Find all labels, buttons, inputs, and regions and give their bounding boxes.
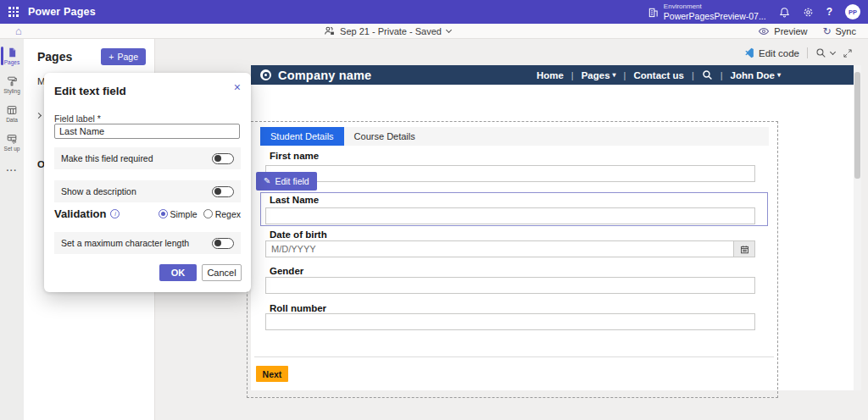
ok-button[interactable]: OK (159, 264, 197, 281)
rail-label-styling: Styling (3, 88, 20, 94)
tab-course-details[interactable]: Course Details (344, 127, 426, 146)
chevron-right-icon[interactable] (36, 113, 42, 119)
add-page-button[interactable]: + Page (101, 48, 146, 65)
nav-separator: | (692, 70, 694, 80)
required-toggle-row: Make this field required (54, 147, 241, 169)
validation-title: Validation (54, 207, 106, 220)
date-of-birth-input[interactable] (265, 240, 755, 257)
rail-item-styling[interactable]: Styling (0, 73, 24, 97)
nav-separator: | (624, 70, 626, 80)
gender-input[interactable] (265, 277, 755, 294)
field-label-date-of-birth: Date of birth (270, 229, 327, 240)
maxlength-toggle[interactable] (212, 238, 234, 249)
radio-regex[interactable] (203, 209, 213, 218)
required-toggle-label: Make this field required (61, 153, 153, 163)
nav-home[interactable]: Home (537, 70, 564, 80)
website-preview: Company name Home | Pages ▾ | Contact us… (251, 65, 861, 390)
nav-user-label: John Doe (731, 70, 775, 80)
design-canvas: Edit code Company name Home | Pages ▾ (155, 39, 868, 420)
maxlength-toggle-label: Set a maximum character length (61, 238, 189, 248)
waffle-icon[interactable] (8, 7, 19, 17)
pencil-icon: ✎ (264, 177, 270, 185)
radio-simple[interactable] (159, 209, 168, 218)
preview-label: Preview (774, 26, 807, 36)
edit-code-button[interactable]: Edit code (744, 47, 799, 58)
chevron-down-icon (446, 27, 452, 33)
table-gear-icon (6, 133, 18, 145)
rail-item-setup[interactable]: Set up (0, 130, 24, 154)
sync-button[interactable]: ↻ Sync (822, 26, 856, 36)
left-navigation-rail: Pages Styling Data Set up ··· (0, 39, 24, 420)
nav-contact-us[interactable]: Contact us (633, 70, 683, 80)
rail-item-data[interactable]: Data (0, 102, 24, 125)
building-icon (648, 7, 659, 18)
magnifier-icon (815, 47, 826, 58)
plus-icon: + (108, 52, 114, 62)
nav-user-menu[interactable]: John Doe ▾ (731, 70, 781, 80)
field-label-gender: Gender (270, 266, 303, 276)
preview-button[interactable]: Preview (758, 26, 807, 36)
roll-number-input[interactable] (265, 313, 755, 330)
command-toolbar: ⌂ Sep 21 - Private - Saved Preview ↻ Syn… (0, 24, 868, 39)
form-step-tabs: Student Details Course Details (260, 127, 769, 146)
edit-text-field-dialog: Edit text field × Field label * Make thi… (44, 73, 251, 292)
environment-label: Environment (664, 3, 766, 10)
save-status-text: Sep 21 - Private - Saved (340, 26, 442, 36)
home-icon[interactable]: ⌂ (15, 25, 22, 36)
field-label-input[interactable] (54, 124, 240, 139)
nav-pages[interactable]: Pages ▾ (581, 70, 616, 80)
edit-code-label: Edit code (759, 48, 799, 58)
cancel-button[interactable]: Cancel (202, 264, 242, 281)
tab-student-details[interactable]: Student Details (260, 127, 344, 146)
first-name-input[interactable] (265, 165, 755, 182)
environment-selector[interactable]: Environment PowerPagesPreview-07... (648, 3, 766, 20)
help-icon[interactable]: ? (826, 6, 832, 18)
company-name: Company name (278, 69, 371, 82)
pages-panel-title: Pages (37, 50, 72, 64)
rail-item-pages[interactable]: Pages (0, 44, 24, 68)
caret-down-icon: ▾ (777, 71, 781, 79)
nav-pages-label: Pages (581, 70, 610, 80)
add-page-label: Page (117, 52, 138, 62)
nav-separator: | (721, 70, 723, 80)
maxlength-toggle-row: Set a maximum character length (54, 232, 241, 254)
radio-simple-label: Simple (170, 209, 198, 219)
site-search-icon[interactable] (702, 69, 713, 80)
edit-field-label: Edit field (275, 176, 309, 186)
settings-gear-icon[interactable] (803, 7, 814, 18)
zoom-control[interactable] (815, 47, 835, 58)
field-label-last-name: Last Name (270, 195, 319, 205)
caret-down-icon: ▾ (613, 71, 616, 79)
environment-name: PowerPagesPreview-07... (664, 11, 766, 21)
sync-label: Sync (836, 26, 856, 36)
rail-more-icon[interactable]: ··· (7, 166, 18, 175)
people-lock-icon (324, 25, 335, 36)
description-toggle[interactable] (212, 186, 234, 197)
site-header: Company name Home | Pages ▾ | Contact us… (251, 65, 854, 85)
next-button[interactable]: Next (256, 366, 288, 382)
divider (807, 47, 808, 58)
site-scrollbar-track (854, 65, 861, 390)
save-status-dropdown[interactable]: Sep 21 - Private - Saved (324, 25, 451, 36)
dialog-title: Edit text field (54, 85, 126, 97)
notifications-bell-icon[interactable] (779, 7, 790, 18)
calendar-button[interactable] (733, 241, 754, 257)
app-title: Power Pages (28, 6, 96, 18)
field-label-first-name: First name (270, 151, 319, 161)
description-toggle-label: Show a description (61, 186, 136, 196)
chevron-down-icon (830, 49, 836, 55)
expand-icon[interactable] (843, 48, 853, 58)
last-name-input[interactable] (265, 207, 755, 224)
required-toggle[interactable] (212, 153, 234, 164)
user-avatar[interactable]: PP (845, 4, 860, 19)
edit-field-button[interactable]: ✎ Edit field (256, 172, 317, 191)
site-scrollbar-thumb[interactable] (854, 72, 860, 179)
form-footer-divider (254, 356, 774, 357)
radio-regex-label: Regex (215, 209, 241, 219)
table-icon (6, 104, 18, 116)
description-toggle-row: Show a description (54, 180, 241, 202)
field-label-roll-number: Roll number (270, 303, 326, 313)
close-icon[interactable]: × (234, 81, 241, 93)
page-icon (7, 47, 18, 58)
nav-separator: | (571, 70, 574, 80)
